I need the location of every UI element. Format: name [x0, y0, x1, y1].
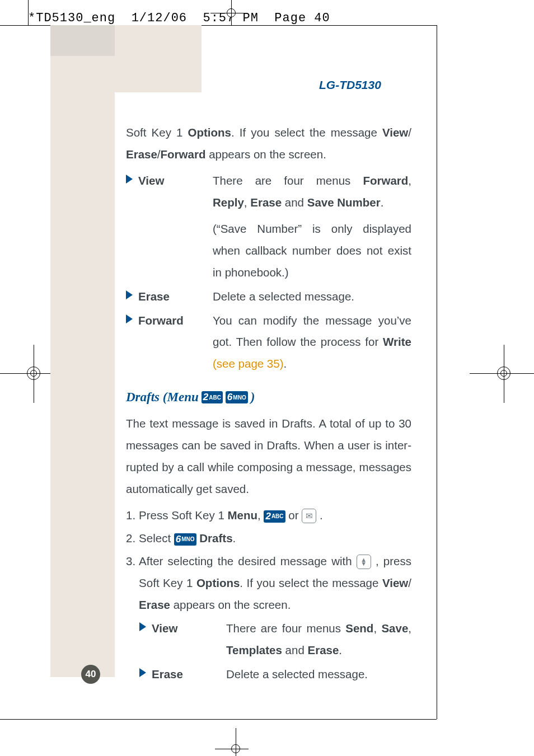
key-6-icon: 6MNO: [174, 533, 196, 546]
term-erase: Erase: [126, 286, 213, 308]
sidebar-decoration: [50, 25, 115, 56]
key-2-icon: 2ABC: [202, 391, 223, 403]
registration-mark-icon: [30, 370, 37, 377]
step-2: 2. Select 6MNO Drafts.: [126, 528, 411, 550]
page-number-badge: 40: [81, 665, 100, 684]
list-item: View There are four menus Forward, Reply…: [126, 170, 411, 284]
key-2-icon: 2ABC: [264, 510, 285, 523]
drafts-intro: The text message is saved in Drafts. A t…: [126, 413, 411, 500]
term-view: View: [126, 170, 213, 284]
intro-paragraph: Soft Key 1 Options. If you select the me…: [126, 122, 411, 166]
term-erase-2: Erase: [139, 664, 226, 685]
list-item: Forward You can modify the message you’v…: [126, 310, 411, 375]
step-1: 1. Press Soft Key 1 Menu, 2ABC or ✉ .: [126, 505, 411, 527]
step-3: 3. After selecting the desired message w…: [126, 551, 411, 616]
term-forward: Forward: [126, 310, 213, 375]
triangle-bullet-icon: [126, 314, 133, 323]
sidebar-decoration: [50, 56, 115, 677]
list-item: Erase Delete a selected message.: [126, 286, 411, 308]
section-title-drafts: Drafts (Menu 2ABC 6MNO ): [126, 385, 411, 410]
header-page: Page 40: [274, 11, 330, 25]
numbered-list: 1. Press Soft Key 1 Menu, 2ABC or ✉ . 2.…: [126, 505, 411, 616]
crop-guide: [437, 25, 437, 719]
term-view-2: View: [139, 618, 226, 661]
page-content: Soft Key 1 Options. If you select the me…: [126, 122, 411, 685]
def-view: There are four menus Forward, Reply, Era…: [213, 170, 411, 284]
updown-nav-icon: ▲▼: [357, 555, 371, 569]
model-label: LG-TD5130: [319, 78, 381, 92]
def-view-2: There are four menus Send, Save, Templat…: [226, 618, 411, 661]
triangle-bullet-icon: [139, 622, 146, 631]
def-erase: Delete a selected message.: [213, 286, 411, 308]
registration-mark-icon: [231, 744, 240, 753]
list-item: Erase Delete a selected message.: [126, 664, 411, 685]
header-date: 1/12/06: [132, 11, 187, 25]
registration-mark-icon: [227, 8, 236, 17]
header-filename: *TD5130_eng: [28, 11, 115, 25]
print-header: *TD5130_eng 1/12/06 5:57 PM Page 40: [28, 11, 330, 25]
registration-mark-icon: [500, 370, 507, 377]
key-6-icon: 6MNO: [226, 391, 248, 403]
crop-guide: [0, 719, 437, 720]
triangle-bullet-icon: [126, 175, 133, 184]
def-erase-2: Delete a selected message.: [226, 664, 411, 685]
header-decoration: [115, 25, 202, 92]
def-forward: You can modify the message you’ve got. T…: [213, 310, 411, 375]
triangle-bullet-icon: [139, 668, 146, 677]
envelope-icon: ✉: [302, 509, 316, 523]
list-item: View There are four menus Send, Save, Te…: [126, 618, 411, 661]
triangle-bullet-icon: [126, 290, 133, 299]
